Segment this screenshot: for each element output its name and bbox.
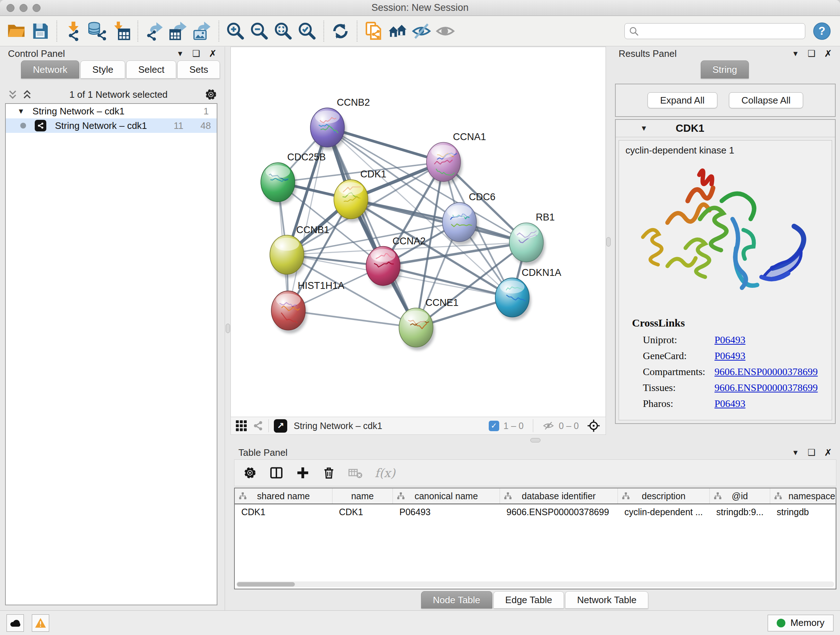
zoom-in-button[interactable] [224, 19, 248, 43]
close-window-button[interactable] [6, 4, 14, 12]
entry-header[interactable]: ▼ CDK1 [616, 120, 835, 137]
tab-select[interactable]: Select [126, 60, 176, 79]
network-edge-HIST1H1A-CCNE1[interactable] [288, 310, 416, 328]
export-network-button[interactable] [142, 19, 166, 43]
zoom-fit-button[interactable] [271, 19, 295, 43]
vertical-splitter-right[interactable] [606, 47, 611, 435]
search-input[interactable] [624, 23, 805, 39]
help-button[interactable]: ? [813, 22, 831, 40]
column-header-database-identifier[interactable]: database identifier [500, 488, 618, 504]
splitter-handle[interactable] [606, 237, 611, 247]
collapse-all-icon[interactable] [7, 89, 18, 100]
network-node-CCNE1[interactable]: CCNE1 [399, 297, 458, 350]
vertical-splitter-left[interactable] [225, 47, 231, 610]
crosslink-link[interactable]: P06493 [714, 348, 745, 364]
crosslink-link[interactable]: P06493 [714, 396, 745, 412]
panel-close-icon[interactable]: ✗ [209, 48, 217, 59]
network-node-CCNB2[interactable]: CCNB2 [310, 97, 370, 150]
panel-menu-icon[interactable]: ▼ [792, 448, 799, 457]
import-network-file-button[interactable] [62, 19, 85, 43]
tab-edge-table[interactable]: Edge Table [493, 591, 564, 608]
cloud-services-button[interactable] [6, 614, 24, 632]
network-edge-CCNB2-CCNE1[interactable] [327, 127, 416, 328]
entry-expand-icon[interactable]: ▼ [640, 124, 647, 133]
export-table-button[interactable] [166, 19, 190, 43]
delete-column-trash-icon[interactable] [322, 466, 336, 480]
tab-network-table[interactable]: Network Table [565, 591, 648, 608]
network-row-selected[interactable]: String Network – cdk1 11 48 [6, 119, 217, 133]
column-header-canonical-name[interactable]: canonical name [393, 488, 500, 504]
hide-selected-button[interactable] [409, 19, 433, 43]
panel-float-icon[interactable]: ❑ [193, 49, 201, 59]
network-node-CDC6[interactable]: CDC6 [442, 192, 495, 245]
crosslink-link[interactable]: 9606.ENSP00000378699 [714, 380, 818, 396]
tab-string[interactable]: String [701, 60, 749, 79]
node-label: CCNA1 [453, 131, 486, 142]
collapse-all-button[interactable]: Collapse All [729, 92, 804, 108]
node-label: CCNB1 [296, 224, 329, 235]
column-header-namespace[interactable]: namespace [770, 488, 836, 504]
memory-button[interactable]: Memory [767, 615, 834, 631]
import-network-database-button[interactable] [85, 19, 109, 43]
panel-menu-icon[interactable]: ▼ [177, 50, 184, 58]
first-neighbors-button[interactable] [386, 19, 409, 43]
splitter-handle[interactable] [531, 438, 540, 442]
add-column-plus-icon[interactable] [296, 466, 309, 480]
fit-content-target-icon[interactable] [587, 419, 600, 432]
network-share-icon[interactable] [253, 420, 264, 431]
table-settings-gear-icon[interactable] [243, 466, 257, 480]
panel-float-icon[interactable]: ❑ [808, 49, 816, 59]
column-header-name[interactable]: name [332, 488, 393, 504]
tab-network[interactable]: Network [21, 60, 79, 79]
network-collection-row[interactable]: ▼ String Network – cdk1 1 [6, 104, 217, 119]
network-node-CDKN1A[interactable]: CDKN1A [495, 267, 561, 320]
tab-style[interactable]: Style [80, 60, 125, 79]
tab-node-table[interactable]: Node Table [421, 591, 493, 608]
tree-expand-icon[interactable]: ▼ [17, 107, 25, 116]
expand-all-button[interactable]: Expand All [647, 92, 717, 108]
panel-float-icon[interactable]: ❑ [808, 448, 816, 458]
save-session-button[interactable] [28, 19, 52, 43]
zoom-out-button[interactable] [248, 19, 271, 43]
table-toolbar: f(x) [234, 459, 836, 486]
apply-layout-button[interactable] [328, 19, 352, 43]
zoom-selected-button[interactable] [295, 19, 319, 43]
panel-close-icon[interactable]: ✗ [824, 48, 832, 59]
network-node-RB1[interactable]: RB1 [509, 212, 555, 265]
gear-icon[interactable] [204, 88, 218, 101]
horizontal-splitter[interactable] [231, 435, 840, 446]
network-node-CDK1[interactable]: CDK1 [334, 169, 386, 222]
selected-checkbox-icon[interactable]: ✓ [489, 421, 499, 431]
tab-sets[interactable]: Sets [177, 60, 220, 79]
horizontal-scrollbar[interactable] [236, 581, 834, 587]
show-all-button[interactable] [433, 19, 457, 43]
column-header-id[interactable]: @id [710, 488, 770, 504]
splitter-handle[interactable] [226, 324, 230, 333]
table-row[interactable]: CDK1 CDK1 P06493 9606.ENSP00000378699 cy… [235, 504, 836, 519]
expand-all-icon[interactable] [22, 89, 33, 100]
duplicate-document-icon [363, 21, 384, 41]
import-table-button[interactable] [109, 19, 133, 43]
show-columns-icon[interactable] [269, 466, 284, 480]
export-image-button[interactable] [190, 19, 214, 43]
network-node-CCNA1[interactable]: CCNA1 [426, 131, 486, 185]
panel-close-icon[interactable]: ✗ [824, 447, 832, 458]
column-header-description[interactable]: description [618, 488, 710, 504]
panel-menu-icon[interactable]: ▼ [792, 50, 799, 58]
clone-network-button[interactable] [362, 19, 386, 43]
network-node-HIST1H1A[interactable]: HIST1H1A [271, 280, 344, 333]
crosslink-link[interactable]: 9606.ENSP00000378699 [714, 364, 818, 380]
warnings-button[interactable] [32, 614, 49, 632]
network-canvas[interactable]: CCNB2CCNA1CDC25BCDK1CDC6RB1CCNB1CCNA2CDK… [231, 47, 606, 417]
main-toolbar: ? [0, 16, 840, 46]
grid-view-icon[interactable] [236, 420, 247, 431]
network-node-CCNB1[interactable]: CCNB1 [270, 224, 329, 277]
network-edge-CDK1-RB1[interactable] [351, 199, 526, 242]
column-header-shared-name[interactable]: shared name [235, 488, 332, 504]
zoom-window-button[interactable] [33, 4, 41, 12]
scrollbar-thumb[interactable] [237, 582, 295, 586]
open-session-button[interactable] [4, 19, 28, 43]
crosslink-link[interactable]: P06493 [714, 332, 745, 348]
birdseye-toggle-button[interactable]: ↗ [274, 419, 287, 432]
minimize-window-button[interactable] [19, 4, 27, 12]
